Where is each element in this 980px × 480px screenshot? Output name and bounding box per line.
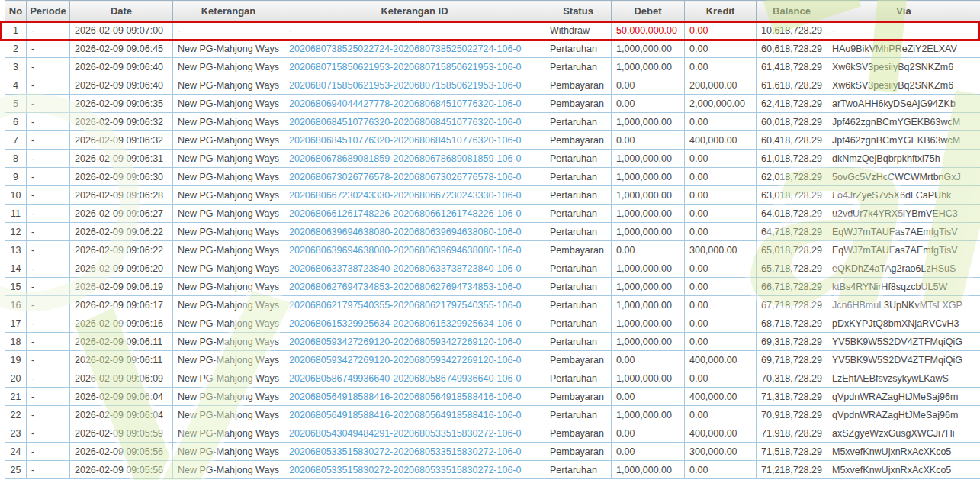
cell-via: qVpdnWRAZagHtJMeSaj96m	[827, 388, 980, 406]
keterangan-id-link[interactable]: 2020680678689081859-2020680678689081859-…	[289, 153, 521, 164]
cell-via: pDxKYPJtQ8bmXNjaRVCvH3	[827, 314, 980, 333]
table-row: 8-2026-02-09 09:06:31New PG-Mahjong Ways…	[5, 150, 980, 168]
table-row: 1-2026-02-09 09:07:00--Withdraw50,000,00…	[5, 21, 980, 40]
table-row: 6-2026-02-09 09:06:32New PG-Mahjong Ways…	[5, 113, 980, 131]
cell-via: -	[827, 21, 980, 40]
table-row: 15-2026-02-09 09:06:19New PG-Mahjong Way…	[5, 278, 980, 296]
cell-balance: 69,318,728.29	[757, 333, 827, 351]
table-header: No Periode Date Keterangan Keterangan ID…	[5, 1, 980, 21]
column-header-via: Via	[827, 1, 980, 21]
cell-debet: 0.00	[612, 76, 685, 95]
keterangan-id-link[interactable]: 2020680586749936640-2020680586749936640-…	[289, 373, 521, 384]
cell-keterangan: New PG-Mahjong Ways	[173, 76, 284, 95]
cell-periode: -	[27, 259, 70, 278]
cell-periode: -	[27, 113, 70, 131]
cell-kredit: 0.00	[685, 58, 757, 76]
keterangan-id-link[interactable]: 2020680615329925634-2020680615329925634-…	[289, 318, 521, 329]
cell-status: Pembayaran	[545, 241, 612, 259]
cell-kredit: 0.00	[685, 168, 757, 186]
cell-status: Pembayaran	[545, 424, 612, 443]
column-header-status: Status	[545, 1, 612, 21]
cell-via: qVpdnWRAZagHtJMeSaj96m	[827, 406, 980, 424]
cell-keterangan-id: 2020680639694638080-2020680639694638080-…	[284, 223, 545, 241]
cell-status: Pertaruhan	[545, 406, 612, 424]
keterangan-id-link[interactable]: 2020680593427269120-2020680593427269120-…	[289, 337, 521, 347]
cell-kredit: 0.00	[685, 296, 757, 314]
cell-periode: -	[27, 424, 70, 443]
table-row: 11-2026-02-09 09:06:27New PG-Mahjong Way…	[5, 205, 980, 223]
cell-date: 2026-02-09 09:06:30	[70, 168, 173, 186]
column-header-balance: Balance	[757, 1, 827, 21]
keterangan-id-link[interactable]: 2020680639694638080-2020680639694638080-…	[289, 227, 521, 237]
cell-debet: 0.00	[612, 388, 685, 406]
cell-no: 17	[5, 314, 27, 333]
cell-periode: -	[27, 223, 70, 241]
keterangan-id-link[interactable]: 2020680639694638080-2020680639694638080-…	[289, 245, 521, 256]
cell-no: 6	[5, 113, 27, 131]
cell-date: 2026-02-09 09:06:40	[70, 76, 173, 95]
cell-via: axSZgyeWzxGusgXWCJi7Hi	[827, 424, 980, 443]
cell-via: M5xvefKnwUjxnRxAcXKco5	[827, 461, 980, 479]
cell-no: 10	[5, 186, 27, 205]
keterangan-id-link[interactable]: 2020680543049484291-2020680533515830272-…	[289, 428, 521, 439]
cell-debet: 0.00	[612, 131, 685, 150]
keterangan-id-link[interactable]: 2020680715850621953-2020680715850621953-…	[289, 80, 521, 91]
keterangan-id-link[interactable]: 2020680533515830272-2020680533515830272-…	[289, 465, 521, 475]
cell-kredit: 300,000.00	[685, 241, 757, 259]
column-header-kredit: Kredit	[685, 1, 757, 21]
cell-keterangan-id: 2020680639694638080-2020680639694638080-…	[284, 241, 545, 259]
keterangan-id-link[interactable]: 2020680684510776320-2020680684510776320-…	[289, 117, 521, 127]
cell-balance: 67,718,728.29	[757, 296, 827, 314]
keterangan-id-link[interactable]: 2020680661261748226-2020680661261748226-…	[289, 208, 521, 219]
cell-periode: -	[27, 95, 70, 113]
cell-periode: -	[27, 58, 70, 76]
cell-balance: 64,718,728.29	[757, 223, 827, 241]
cell-kredit: 400,000.00	[685, 351, 757, 369]
cell-kredit: 0.00	[685, 205, 757, 223]
cell-kredit: 0.00	[685, 406, 757, 424]
keterangan-id-link[interactable]: 2020680694044427778-2020680684510776320-…	[289, 98, 521, 109]
cell-keterangan: New PG-Mahjong Ways	[173, 131, 284, 150]
keterangan-id-link[interactable]: 2020680684510776320-2020680684510776320-…	[289, 135, 521, 146]
keterangan-id-link[interactable]: 2020680621797540355-2020680621797540355-…	[289, 300, 521, 311]
table-row: 14-2026-02-09 09:06:20New PG-Mahjong Way…	[5, 259, 980, 278]
keterangan-id-link[interactable]: 2020680627694734853-2020680627694734853-…	[289, 282, 521, 292]
keterangan-id-link[interactable]: 2020680633738723840-2020680633738723840-…	[289, 263, 521, 274]
cell-via: EqWJ7mTAUFas7AEmfgTisV	[827, 241, 980, 259]
cell-no: 12	[5, 223, 27, 241]
table-row: 19-2026-02-09 09:06:11New PG-Mahjong Way…	[5, 351, 980, 369]
cell-balance: 60,418,728.29	[757, 131, 827, 150]
cell-via: HAo9BikVMhPReZiY2ELXAV	[827, 40, 980, 58]
cell-status: Pertaruhan	[545, 333, 612, 351]
cell-date: 2026-02-09 09:06:22	[70, 223, 173, 241]
cell-periode: -	[27, 241, 70, 259]
cell-via: M5xvefKnwUjxnRxAcXKco5	[827, 443, 980, 461]
keterangan-id-link[interactable]: 2020680667230243330-2020680667230243330-…	[289, 190, 521, 201]
cell-periode: -	[27, 21, 70, 40]
cell-balance: 70,318,728.29	[757, 369, 827, 388]
cell-no: 3	[5, 58, 27, 76]
cell-keterangan-id: 2020680533515830272-2020680533515830272-…	[284, 443, 545, 461]
table-row: 4-2026-02-09 09:06:40New PG-Mahjong Ways…	[5, 76, 980, 95]
keterangan-id-link[interactable]: 2020680564918588416-2020680564918588416-…	[289, 391, 521, 402]
cell-status: Pembayaran	[545, 388, 612, 406]
cell-keterangan: New PG-Mahjong Ways	[173, 40, 284, 58]
cell-status: Pertaruhan	[545, 205, 612, 223]
table-row: 2-2026-02-09 09:06:45New PG-Mahjong Ways…	[5, 40, 980, 58]
cell-status: Pembayaran	[545, 76, 612, 95]
keterangan-id-link[interactable]: 2020680738525022724-2020680738525022724-…	[289, 43, 521, 54]
keterangan-id-link[interactable]: 2020680533515830272-2020680533515830272-…	[289, 446, 521, 457]
cell-via: Xw6kSV3pesiiyBq2SNKZm6	[827, 76, 980, 95]
cell-debet: 1,000,000.00	[612, 369, 685, 388]
cell-status: Pertaruhan	[545, 58, 612, 76]
cell-no: 8	[5, 150, 27, 168]
cell-keterangan: New PG-Mahjong Ways	[173, 333, 284, 351]
keterangan-id-link[interactable]: 2020680673026776578-2020680673026776578-…	[289, 172, 521, 182]
cell-kredit: 300,000.00	[685, 443, 757, 461]
cell-debet: 0.00	[612, 95, 685, 113]
cell-keterangan: New PG-Mahjong Ways	[173, 424, 284, 443]
keterangan-id-link[interactable]: 2020680564918588416-2020680564918588416-…	[289, 410, 521, 420]
cell-date: 2026-02-09 09:06:19	[70, 278, 173, 296]
keterangan-id-link[interactable]: 2020680593427269120-2020680593427269120-…	[289, 355, 521, 366]
keterangan-id-link[interactable]: 2020680715850621953-2020680715850621953-…	[289, 62, 521, 72]
